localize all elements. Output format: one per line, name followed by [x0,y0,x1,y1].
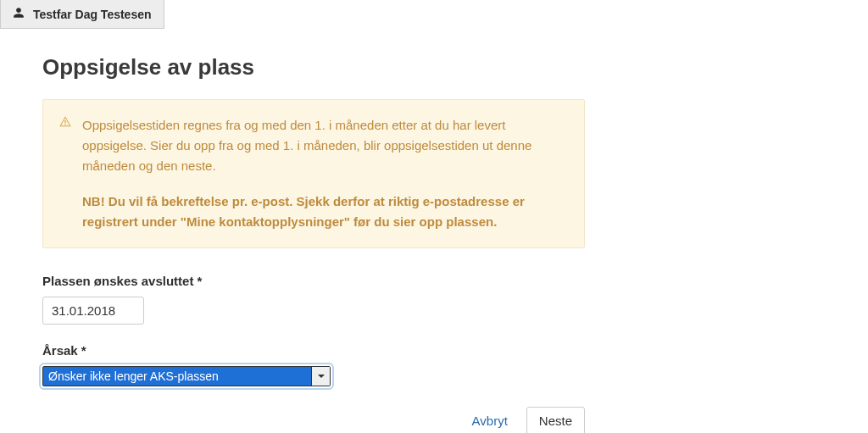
user-tab[interactable]: Testfar Dag Testesen [0,0,164,29]
alert-paragraph-1: Oppsigelsestiden regnes fra og med den 1… [82,115,565,176]
reason-field-label: Årsak * [42,343,585,358]
alert-body: Oppsigelsestiden regnes fra og med den 1… [62,115,565,232]
reason-select[interactable]: Ønsker ikke lenger AKS-plassen [42,366,331,386]
alert-paragraph-2: NB! Du vil få bekreftelse pr. e-post. Sj… [82,192,565,232]
page-content: Oppsigelse av plass Oppsigelsestiden reg… [0,29,627,433]
warning-icon [58,115,72,129]
svg-rect-1 [64,124,65,125]
date-field-group: Plassen ønskes avsluttet * [42,274,585,325]
form-actions: Avbryt Neste [42,407,585,433]
svg-rect-0 [64,120,65,123]
cancel-button[interactable]: Avbryt [472,414,508,428]
user-icon [13,7,25,21]
next-button[interactable]: Neste [526,407,585,433]
warning-alert: Oppsigelsestiden regnes fra og med den 1… [42,99,585,248]
page-title: Oppsigelse av plass [42,54,585,80]
reason-field-group: Årsak * Ønsker ikke lenger AKS-plassen [42,343,585,386]
user-name: Testfar Dag Testesen [33,8,152,21]
termination-date-input[interactable] [42,297,144,325]
date-field-label: Plassen ønskes avsluttet * [42,274,585,288]
